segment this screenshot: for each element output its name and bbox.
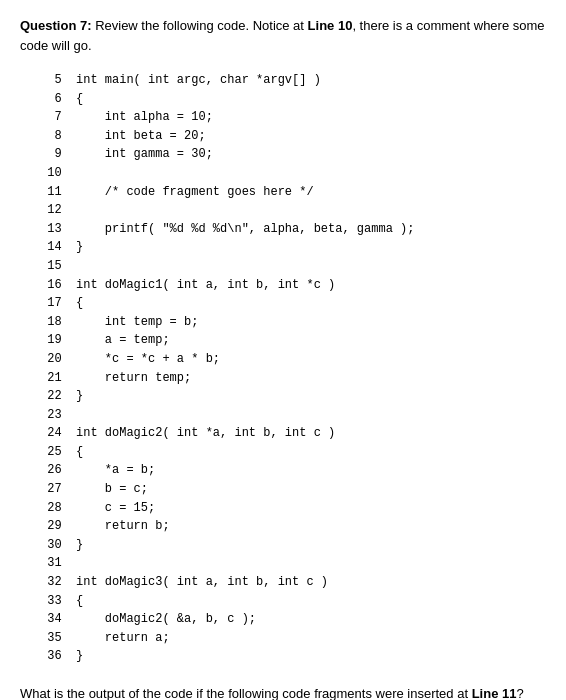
line-ref: Line 10 [308, 18, 353, 33]
question-title: Question 7: Review the following code. N… [20, 16, 546, 55]
question-label: Question 7: [20, 18, 92, 33]
main-code-block: 5 int main( int argc, char *argv[] ) 6 {… [20, 67, 546, 670]
output-line-ref: Line 11 [472, 686, 517, 700]
question-intro: Review the following code. Notice at [92, 18, 308, 33]
output-end: ? [516, 686, 523, 700]
output-question-text: What is the output of the code if the fo… [20, 686, 472, 700]
output-question: What is the output of the code if the fo… [20, 684, 546, 700]
